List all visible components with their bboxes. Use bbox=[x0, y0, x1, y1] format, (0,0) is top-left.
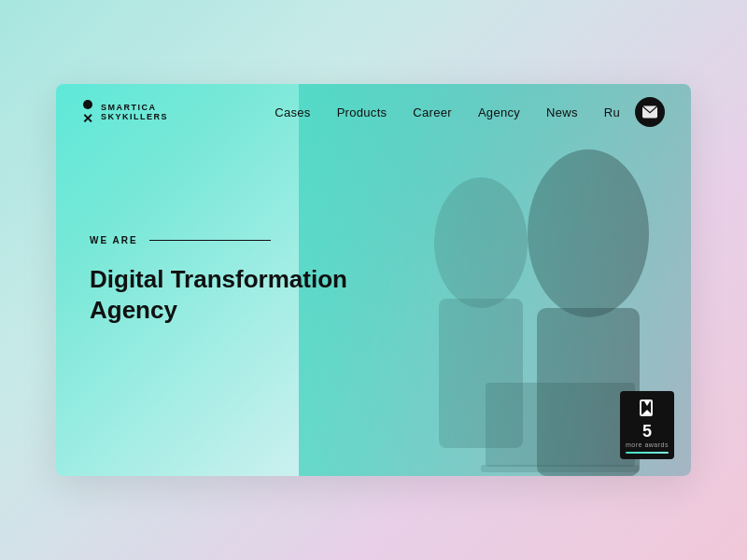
awards-number: 5 bbox=[642, 423, 652, 440]
nav-item-products[interactable]: Products bbox=[337, 104, 388, 120]
logo: ✕ SMARTICA SKYKILLERS bbox=[82, 100, 168, 125]
nav-item-career[interactable]: Career bbox=[413, 104, 452, 120]
nav-link-news[interactable]: News bbox=[546, 105, 578, 119]
eyebrow-divider bbox=[149, 240, 271, 241]
logo-dot bbox=[83, 100, 92, 109]
nav-link-career[interactable]: Career bbox=[413, 105, 452, 119]
awards-icon-svg bbox=[637, 399, 657, 419]
main-content: WE ARE Digital Transformation Agency bbox=[90, 235, 370, 325]
nav-link-agency[interactable]: Agency bbox=[478, 105, 520, 119]
eyebrow-text: WE ARE bbox=[90, 235, 138, 245]
nav-item-agency[interactable]: Agency bbox=[478, 104, 520, 120]
mail-icon-svg bbox=[642, 105, 657, 119]
awards-bar bbox=[626, 452, 669, 454]
card: ✕ SMARTICA SKYKILLERS Cases Products Car… bbox=[56, 84, 691, 476]
we-are-line: WE ARE bbox=[90, 235, 370, 245]
awards-label: More awards bbox=[626, 441, 669, 448]
awards-badge[interactable]: 5 More awards bbox=[620, 391, 674, 459]
logo-line1: SMARTICA bbox=[101, 103, 168, 112]
nav-link-ru[interactable]: Ru bbox=[604, 105, 620, 119]
nav-links: Cases Products Career Agency News Ru bbox=[275, 104, 620, 120]
logo-line2: SKYKILLERS bbox=[101, 112, 168, 121]
logo-cross: ✕ bbox=[82, 112, 93, 125]
logo-text: SMARTICA SKYKILLERS bbox=[101, 103, 168, 121]
nav-link-products[interactable]: Products bbox=[337, 105, 388, 119]
nav-item-ru[interactable]: Ru bbox=[604, 104, 620, 120]
navigation: ✕ SMARTICA SKYKILLERS Cases Products Car… bbox=[56, 84, 691, 140]
nav-item-news[interactable]: News bbox=[546, 104, 578, 120]
nav-item-cases[interactable]: Cases bbox=[275, 104, 310, 120]
nav-link-cases[interactable]: Cases bbox=[275, 105, 310, 119]
mail-button[interactable] bbox=[635, 97, 665, 127]
hero-headline: Digital Transformation Agency bbox=[90, 264, 370, 325]
logo-icon: ✕ bbox=[82, 100, 93, 125]
